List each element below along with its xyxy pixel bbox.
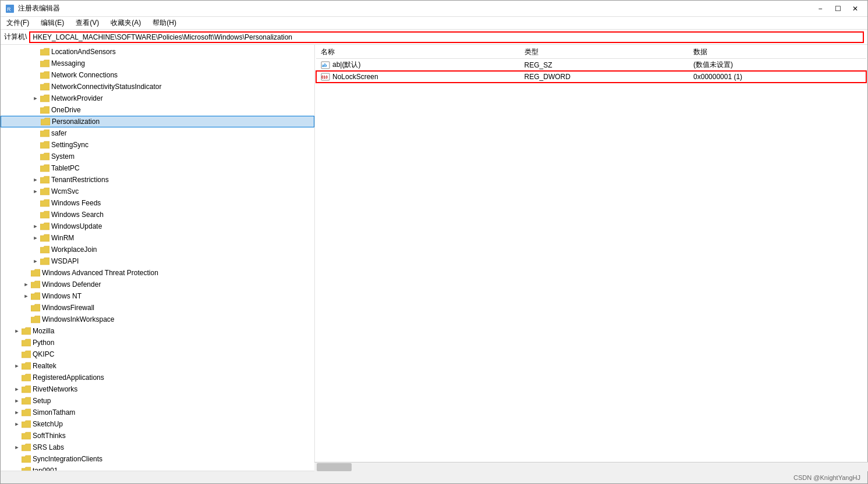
tree-item-srslabs[interactable]: ► SRS Labs [1,442,314,453]
tree-item-rivetnetworks[interactable]: ► RivetNetworks [1,383,314,395]
folder-icon [31,280,40,289]
tree-item-tabletpc[interactable]: TabletPC [1,162,314,174]
tree-item-windowsinkworkspace[interactable]: WindowsInkWorkspace [1,314,314,325]
expander [12,350,22,359]
tree-item-personalization[interactable]: Personalization [1,116,314,127]
folder-icon [40,187,49,195]
close-button[interactable]: ✕ [848,3,863,15]
status-bar: CSDN @KnightYangHJ [1,471,867,483]
folder-icon [22,362,31,370]
tree-item-networkprovider[interactable]: ► NetworkProvider [1,92,314,104]
detail-scrollbar-h[interactable] [315,462,867,471]
expander-expand[interactable]: ► [22,280,31,289]
tree-item-tap0901[interactable]: tap0901 [1,465,314,471]
menu-view[interactable]: 查看(V) [72,17,102,29]
minimize-button[interactable]: − [813,3,828,15]
tree-item-wcmsvc[interactable]: ► WcmSvc [1,186,314,197]
item-label: SimonTatham [33,408,75,417]
tree-item-qkipc[interactable]: QKIPC [1,348,314,360]
expander-expand[interactable]: ► [12,396,22,405]
menu-file[interactable]: 文件(F) [3,17,33,29]
tree-item-windows-nt[interactable]: ► Windows NT [1,290,314,302]
tree-item-windows-search[interactable]: Windows Search [1,209,314,220]
svg-text:ab: ab [322,63,327,68]
expander-expand[interactable]: ► [31,233,40,243]
address-label: 计算机\ [4,32,27,42]
expander-expand[interactable]: ► [31,257,40,266]
item-label: LocationAndSensors [51,48,116,56]
item-label: Setup [33,397,51,405]
expander [31,59,40,68]
tree-item-safer[interactable]: safer [1,127,314,139]
folder-icon [31,269,40,277]
tree-item-windows-defender[interactable]: ► Windows Defender [1,279,314,290]
detail-table: 名称 类型 数据 ab [316,46,866,83]
maximize-button[interactable]: ☐ [830,3,845,15]
expander [31,129,40,138]
folder-icon [40,176,49,184]
tree-item-onedrive[interactable]: OneDrive [1,104,314,116]
item-label: NetworkConnectivityStatusIndicator [51,83,161,91]
expander-expand[interactable]: ► [12,361,22,371]
expander-expand[interactable]: ► [22,291,31,301]
svg-text:010: 010 [321,75,328,79]
tree-item-syncintegrationclients[interactable]: SyncIntegrationClients [1,453,314,465]
tree-item-windowsfirewall[interactable]: WindowsFirewall [1,302,314,314]
col-type: 类型 [520,46,689,59]
tree-item-networkconnectivity[interactable]: NetworkConnectivityStatusIndicator [1,81,314,92]
tree-item-realtek[interactable]: ► Realtek [1,360,314,372]
tree-item-simontatham[interactable]: ► SimonTatham [1,407,314,418]
tree-item-softthinks[interactable]: SoftThinks [1,430,314,442]
title-bar: R 注册表编辑器 − ☐ ✕ [1,1,867,17]
tree-item-setup[interactable]: ► Setup [1,395,314,407]
table-row-nolockscreen[interactable]: 010 NoLockScreen REG_DWORD 0x00000001 (1… [316,71,866,83]
folder-icon [22,350,31,358]
item-label: Windows Advanced Threat Protection [42,269,158,277]
expander [22,268,31,277]
title-text: 注册表编辑器 [18,3,60,13]
tree-item-settingsync[interactable]: SettingSync [1,139,314,151]
tree-item-wat-protection[interactable]: Windows Advanced Threat Protection [1,267,314,279]
expander-expand[interactable]: ► [12,419,22,429]
svg-text:R: R [7,6,11,12]
tree-item-winrm[interactable]: ► WinRM [1,232,314,244]
tree-item-messaging[interactable]: Messaging [1,58,314,69]
expander-expand[interactable]: ► [31,187,40,196]
folder-icon [22,397,31,405]
tree-pane: LocationAndSensors Messaging Network Con… [1,45,315,471]
expander-expand[interactable]: ► [12,408,22,417]
item-label: OneDrive [51,106,81,114]
table-header-row: 名称 类型 数据 [316,46,866,59]
expander [12,431,22,440]
address-bar: 计算机\ [1,30,867,45]
tree-item-wsdapi[interactable]: ► WSDAPI [1,255,314,267]
item-label: WindowsUpdate [51,222,102,230]
expander-expand[interactable]: ► [31,222,40,231]
tree-item-locationandsensors[interactable]: LocationAndSensors [1,46,314,58]
reg-type-cell: REG_DWORD [520,71,689,83]
folder-icon [40,257,49,265]
menu-help[interactable]: 帮助(H) [149,17,180,29]
tree-item-windowsupdate[interactable]: ► WindowsUpdate [1,220,314,232]
menu-edit[interactable]: 编辑(E) [37,17,68,29]
expander-expand[interactable]: ► [31,94,40,103]
table-row[interactable]: ab ab|(默认) REG_SZ (数值未设置) [316,59,866,72]
tree-item-sketchup[interactable]: ► SketchUp [1,418,314,430]
expander-expand[interactable]: ► [12,443,22,452]
address-input[interactable] [29,31,864,43]
tree-item-python[interactable]: Python [1,337,314,348]
tree-item-registeredapps[interactable]: RegisteredApplications [1,372,314,383]
expander-expand[interactable]: ► [31,175,40,184]
expander-expand[interactable]: ► [12,385,22,394]
tree-item-network-connections[interactable]: Network Connections [1,69,314,81]
item-label: Messaging [51,59,85,67]
menu-favorites[interactable]: 收藏夹(A) [107,17,144,29]
col-data: 数据 [689,46,866,59]
tree-item-workplacejoin[interactable]: WorkplaceJoin [1,244,314,255]
tree-item-mozilla[interactable]: ► Mozilla [1,325,314,337]
tree-item-system[interactable]: System [1,151,314,162]
tree-item-tenantrestrictions[interactable]: ► TenantRestrictions [1,174,314,186]
tree-item-windows-feeds[interactable]: Windows Feeds [1,197,314,209]
expander-expand[interactable]: ► [12,326,22,336]
item-label: Windows NT [42,292,82,300]
